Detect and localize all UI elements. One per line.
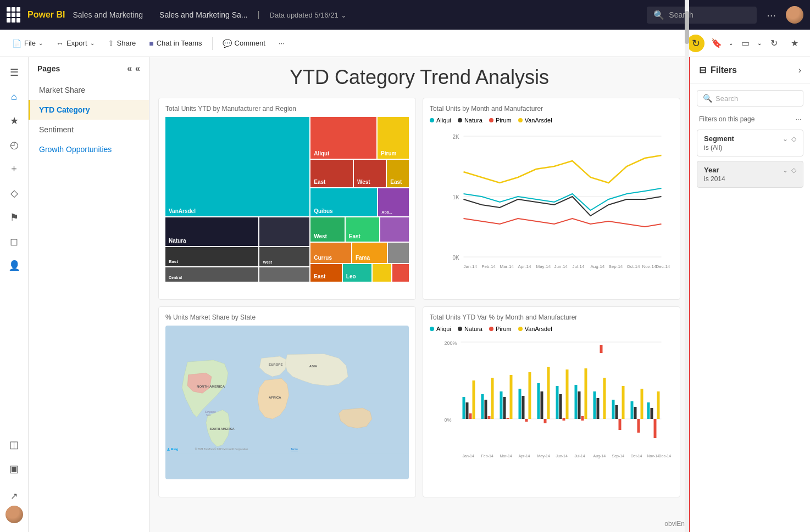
bar-chart-visual[interactable]: 200% 0% [430, 337, 673, 490]
line-chart-visual[interactable]: 2K 1K 0K [430, 128, 673, 293]
svg-text:AFRICA: AFRICA [269, 396, 281, 399]
search-icon: 🔍 [653, 10, 664, 20]
bookmark-icon[interactable]: 🔖 [708, 35, 725, 52]
search-input[interactable] [669, 10, 746, 19]
svg-rect-58 [578, 391, 581, 419]
filter-segment-clear-icon[interactable]: ◇ [791, 135, 796, 143]
view-chevron-icon[interactable]: ⌄ [757, 40, 762, 46]
monitor-icon[interactable]: ◫ [3, 434, 25, 456]
filters-collapse-icon[interactable]: › [798, 65, 801, 75]
scrollbar-thumb[interactable] [685, 11, 689, 44]
topbar-search-box[interactable]: 🔍 [647, 7, 757, 24]
svg-rect-36 [473, 380, 475, 419]
goals-icon[interactable]: ⚑ [3, 206, 25, 228]
treemap-chart: Total Units YTD by Manufacturer and Regi… [158, 98, 416, 300]
filter-segment-chevron-icon[interactable]: ⌄ [783, 135, 788, 143]
recent-icon[interactable]: ◴ [3, 134, 25, 156]
svg-text:Sea: Sea [206, 414, 211, 417]
view-icon[interactable]: ▭ [736, 35, 754, 52]
sidebar-item-market-share[interactable]: Market Share [29, 80, 149, 100]
bar-legend-pirum: Pirum [489, 326, 512, 332]
sidebar-item-ytd-category[interactable]: YTD Category [29, 100, 149, 120]
svg-text:SOUTH AMERICA: SOUTH AMERICA [210, 427, 235, 430]
svg-rect-70 [634, 407, 637, 419]
hamburger-icon[interactable]: ☰ [3, 61, 25, 83]
legend-aliqui: Aliqui [430, 117, 451, 124]
waffle-icon[interactable] [7, 7, 22, 23]
user-avatar[interactable] [5, 506, 23, 523]
filter-year-chevron-icon[interactable]: ⌄ [783, 166, 788, 174]
filter-year-name: Year [704, 166, 719, 174]
arrow-icon[interactable]: ↗ [10, 491, 18, 501]
svg-text:Feb-14: Feb-14 [482, 264, 496, 269]
collapse-icon[interactable]: « [127, 64, 132, 74]
filter-year-value: is 2014 [704, 175, 796, 183]
bar-chart-legend: Aliqui Natura Pirum VanArsdel [430, 326, 673, 332]
export-icon: ↔ [56, 39, 64, 48]
bar-vanarsdel-dot [518, 327, 523, 331]
filters-section-more-icon[interactable]: ··· [796, 115, 801, 123]
refresh-icon[interactable]: ↻ [765, 35, 783, 52]
svg-rect-35 [469, 413, 472, 419]
filter-card-segment[interactable]: Segment ⌄ ◇ is (All) [697, 130, 803, 156]
filter-card-segment-header: Segment ⌄ ◇ [704, 135, 796, 143]
sidebar-item-sentiment[interactable]: Sentiment [29, 120, 149, 139]
data-hub-icon[interactable]: ◇ [3, 182, 25, 204]
filters-section-title: Filters on this page ··· [690, 113, 810, 127]
pages-header: Pages « « [29, 64, 149, 80]
export-button[interactable]: ↔ Export ⌄ [51, 36, 100, 51]
svg-rect-50 [541, 391, 543, 419]
teams-icon: ■ [149, 39, 153, 48]
map-visual[interactable]: NORTH AMERICA SOUTH AMERICA AFRICA EUROP… [165, 326, 409, 479]
svg-text:Sargasso: Sargasso [205, 411, 216, 413]
filter-segment-value: is (All) [704, 144, 796, 152]
home-icon[interactable]: ⌂ [3, 86, 25, 108]
settings-icon[interactable]: ▣ [3, 458, 25, 480]
apps-icon[interactable]: ◻ [3, 231, 25, 253]
svg-text:Sep-14: Sep-14 [609, 264, 623, 269]
aliqui-label: Aliqui [436, 117, 451, 124]
people-icon[interactable]: 👤 [3, 255, 25, 277]
bookmark-chevron-icon[interactable]: ⌄ [729, 40, 733, 46]
data-updated: Data updated 5/16/21 ⌄ [270, 11, 347, 19]
favorite-icon[interactable]: ★ [786, 35, 803, 52]
bar-pirum-dot [489, 327, 493, 331]
treemap-visual[interactable]: VanArsdel Natura East West Central [165, 117, 409, 282]
filters-search-input[interactable] [715, 94, 797, 103]
filter-card-year[interactable]: Year ⌄ ◇ is 2014 [697, 161, 803, 188]
svg-text:Dec-14: Dec-14 [659, 454, 672, 458]
create-icon[interactable]: + [3, 158, 25, 180]
pirum-label: Pirum [496, 117, 512, 124]
filters-search-box[interactable]: 🔍 [697, 90, 803, 107]
favorites-icon[interactable]: ★ [3, 110, 25, 132]
filter-segment-name: Segment [704, 135, 734, 143]
svg-text:Apr-14: Apr-14 [519, 454, 530, 458]
filter-year-clear-icon[interactable]: ◇ [791, 166, 796, 174]
svg-rect-44 [510, 375, 513, 419]
filters-title-text: Filters [711, 65, 737, 75]
svg-rect-66 [615, 405, 618, 419]
more-options-icon[interactable]: ··· [762, 9, 780, 21]
file-button[interactable]: 📄 File ⌄ [7, 36, 48, 51]
chevron-down-icon[interactable]: ⌄ [341, 11, 347, 19]
svg-rect-49 [537, 383, 540, 419]
bar-natura-label: Natura [464, 326, 482, 332]
svg-rect-54 [559, 394, 562, 419]
svg-rect-33 [463, 397, 465, 419]
toolbar-right: ↻ 🔖 ⌄ ▭ ⌄ ↻ ★ [687, 35, 803, 52]
sidebar-item-growth-opportunities[interactable]: Growth Opportunities [29, 139, 149, 159]
svg-rect-75 [654, 419, 657, 438]
share-button[interactable]: ⇧ Share [102, 36, 142, 51]
collapse-icon-2[interactable]: « [135, 64, 140, 74]
chat-in-teams-button[interactable]: ■ Chat in Teams [143, 36, 207, 51]
svg-text:0%: 0% [445, 417, 452, 423]
undo-button[interactable]: ↻ [687, 35, 704, 52]
svg-text:Nov-14: Nov-14 [642, 264, 657, 269]
svg-rect-59 [581, 416, 584, 421]
map-title: % Units Market Share by State [165, 313, 409, 321]
more-toolbar-button[interactable]: ··· [273, 36, 290, 51]
bar-legend-vanarsdel: VanArsdel [518, 326, 552, 332]
comment-button[interactable]: 💬 Comment [217, 36, 271, 51]
natura-label: Natura [464, 117, 482, 124]
avatar[interactable] [786, 6, 803, 24]
